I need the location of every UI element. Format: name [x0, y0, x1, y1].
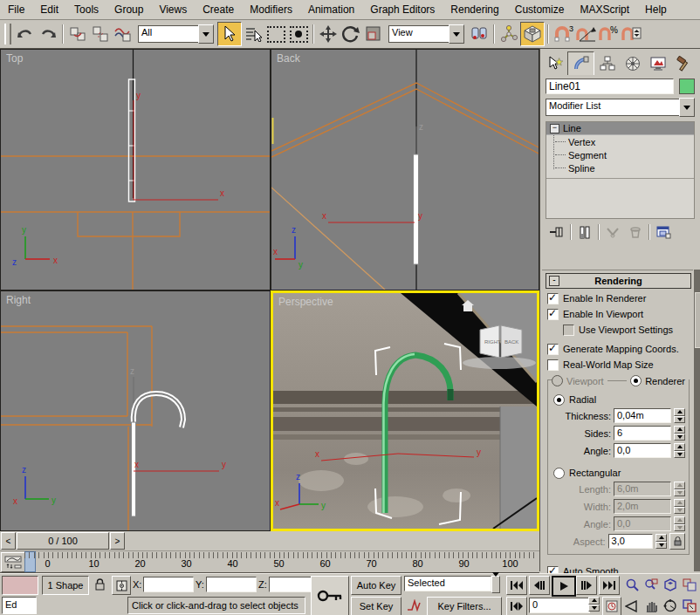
selection-lock-button[interactable]: [91, 576, 108, 593]
viewport-radio[interactable]: [552, 375, 563, 386]
rectangular-radio-row[interactable]: Rectangular: [553, 467, 685, 479]
angle-snap-toggle-button[interactable]: [574, 23, 597, 45]
rectangular-radio[interactable]: [553, 468, 565, 479]
thickness-spinner[interactable]: [674, 408, 685, 423]
key-mode-toggle-button[interactable]: [506, 597, 527, 615]
viewport-label[interactable]: Top: [6, 52, 23, 65]
scrollbar-thumb[interactable]: [695, 292, 700, 348]
generate-mapping-row[interactable]: Generate Mapping Coords.: [547, 343, 691, 355]
arc-rotate-button[interactable]: [662, 597, 679, 615]
reference-coordinate-dropdown[interactable]: View: [388, 25, 464, 43]
rollout-header[interactable]: - Rendering: [546, 273, 691, 289]
viewport-right[interactable]: Right z: [0, 290, 271, 531]
go-to-end-button[interactable]: [599, 576, 620, 595]
sides-field[interactable]: 6: [614, 426, 671, 441]
select-and-link-button[interactable]: [66, 23, 89, 45]
select-and-scale-button[interactable]: [362, 23, 385, 45]
real-world-map-row[interactable]: Real-World Map Size: [547, 359, 691, 371]
viewport-back[interactable]: Back z x y z: [271, 49, 539, 290]
pin-stack-button[interactable]: [547, 223, 566, 241]
dropdown-arrow-icon[interactable]: [449, 24, 464, 44]
macro-recorder-field[interactable]: [2, 576, 38, 595]
key-selection-value[interactable]: Selected: [404, 576, 491, 591]
prev-frame-button[interactable]: <: [1, 532, 16, 550]
zoom-button[interactable]: [623, 576, 641, 594]
track-bar[interactable]: 0102030405060708090100: [0, 551, 539, 573]
menu-item[interactable]: Tools: [66, 2, 106, 17]
go-to-start-button[interactable]: [506, 576, 527, 595]
remove-modifier-button[interactable]: [626, 223, 645, 241]
bind-to-space-warp-button[interactable]: [112, 23, 134, 45]
renderer-radio[interactable]: [630, 375, 642, 386]
modifier-list-value[interactable]: Modifier List: [546, 99, 679, 116]
unlink-selection-button[interactable]: [89, 23, 112, 45]
collapse-minus-icon[interactable]: −: [550, 124, 559, 133]
select-and-manipulate-button[interactable]: [498, 23, 520, 45]
snaps-toggle-button[interactable]: [520, 22, 545, 46]
x-coordinate-field[interactable]: [143, 577, 194, 592]
viewport-label[interactable]: Back: [277, 52, 300, 65]
next-frame-button[interactable]: >: [110, 532, 125, 550]
tab-motion[interactable]: [620, 52, 645, 75]
tab-utilities[interactable]: [670, 52, 696, 75]
play-button[interactable]: [552, 576, 576, 597]
menu-item[interactable]: Graph Editors: [362, 2, 443, 17]
object-name-field[interactable]: Line01: [546, 79, 674, 94]
collapse-button[interactable]: -: [549, 276, 559, 286]
enable-in-renderer-row[interactable]: Enable In Renderer: [547, 292, 691, 304]
use-viewport-settings-row[interactable]: Use Viewport Settings: [563, 324, 691, 336]
auto-key-button[interactable]: Auto Key: [351, 576, 401, 595]
pan-button[interactable]: [642, 597, 660, 615]
menu-item[interactable]: File: [0, 2, 32, 17]
checkbox-checked[interactable]: [547, 293, 559, 304]
angle-spinner[interactable]: [674, 443, 685, 458]
next-frame-button[interactable]: [576, 576, 597, 595]
maxscript-listener-field[interactable]: Ed: [2, 597, 37, 614]
maximize-viewport-toggle-button[interactable]: [681, 597, 698, 615]
make-unique-button[interactable]: [603, 223, 622, 241]
enable-in-viewport-row[interactable]: Enable In Viewport: [547, 308, 691, 320]
aspect-field[interactable]: 3,0: [608, 534, 654, 549]
sides-spinner[interactable]: [674, 426, 685, 441]
tab-display[interactable]: [645, 52, 670, 75]
aspect-spinner[interactable]: [655, 534, 667, 549]
use-pivot-center-button[interactable]: [468, 23, 491, 45]
viewport-perspective[interactable]: Perspective: [271, 290, 539, 531]
mini-curve-editor-button[interactable]: [1, 552, 25, 572]
y-coordinate-field[interactable]: [206, 577, 257, 592]
viewport-label[interactable]: Right: [6, 294, 31, 306]
stack-sub-item[interactable]: Spline: [555, 161, 694, 174]
z-coordinate-field[interactable]: [269, 577, 312, 592]
stack-sub-item[interactable]: Vertex: [555, 135, 694, 148]
toolbar-grip[interactable]: [4, 24, 11, 44]
frame-ruler[interactable]: 0102030405060708090100: [24, 551, 536, 572]
checkbox-checked[interactable]: [547, 309, 559, 320]
object-color-swatch[interactable]: [679, 79, 695, 94]
checkbox-unchecked[interactable]: [563, 325, 574, 336]
menu-item[interactable]: Edit: [32, 2, 66, 17]
aspect-lock-button[interactable]: [669, 533, 685, 550]
radial-radio-row[interactable]: Radial: [553, 393, 685, 406]
set-keys-button[interactable]: [311, 576, 349, 615]
tab-modify[interactable]: [567, 51, 594, 75]
undo-button[interactable]: [14, 23, 37, 45]
select-and-move-button[interactable]: [317, 23, 340, 45]
redo-button[interactable]: [37, 23, 59, 45]
menu-item[interactable]: Modifiers: [242, 2, 300, 17]
tab-hierarchy[interactable]: [594, 52, 620, 75]
spinner-snap-button[interactable]: [620, 23, 642, 45]
stack-sub-item[interactable]: Segment: [555, 148, 694, 161]
zoom-extents-all-button[interactable]: [681, 576, 698, 594]
checkbox-checked[interactable]: [547, 344, 559, 355]
menu-item[interactable]: Rendering: [443, 2, 506, 17]
select-by-name-button[interactable]: [242, 23, 264, 45]
angle-field[interactable]: 0,0: [614, 443, 671, 458]
time-configuration-button[interactable]: [602, 597, 621, 615]
thickness-field[interactable]: 0,04m: [614, 408, 671, 423]
checkbox-unchecked[interactable]: [547, 359, 559, 371]
menu-item[interactable]: Views: [151, 2, 195, 17]
stack-item-line[interactable]: − Line: [546, 122, 694, 135]
key-filters-button[interactable]: Key Filters...: [427, 597, 502, 615]
window-crossing-button[interactable]: [287, 23, 310, 45]
percent-snap-button[interactable]: %: [597, 23, 620, 45]
